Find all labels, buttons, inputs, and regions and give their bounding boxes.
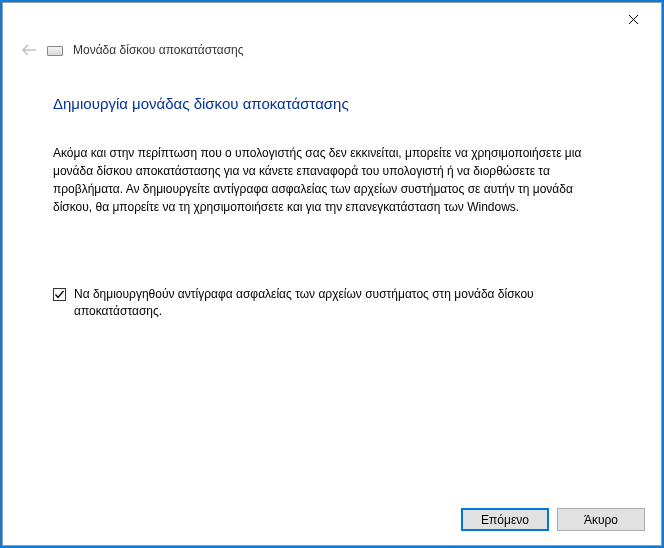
checkmark-icon: [54, 289, 65, 300]
wizard-title: Μονάδα δίσκου αποκατάστασης: [73, 43, 244, 57]
back-arrow-icon: [21, 43, 37, 57]
page-heading: Δημιουργία μονάδας δίσκου αποκατάστασης: [53, 95, 611, 112]
wizard-header: Μονάδα δίσκου αποκατάστασης: [3, 35, 661, 57]
close-icon: [628, 14, 639, 25]
next-button[interactable]: Επόμενο: [461, 508, 549, 531]
drive-icon: [47, 46, 63, 56]
wizard-content: Δημιουργία μονάδας δίσκου αποκατάστασης …: [3, 57, 661, 496]
dialog-footer: Επόμενο Άκυρο: [3, 496, 661, 545]
page-description: Ακόμα και στην περίπτωση που ο υπολογιστ…: [53, 144, 611, 216]
close-button[interactable]: [613, 5, 653, 33]
cancel-button[interactable]: Άκυρο: [557, 508, 645, 531]
titlebar: [3, 3, 661, 35]
backup-checkbox-label: Να δημιουργηθούν αντίγραφα ασφαλείας των…: [74, 286, 611, 321]
backup-checkbox[interactable]: [53, 288, 66, 301]
backup-checkbox-row: Να δημιουργηθούν αντίγραφα ασφαλείας των…: [53, 286, 611, 321]
recovery-drive-dialog: Μονάδα δίσκου αποκατάστασης Δημιουργία μ…: [2, 2, 662, 546]
